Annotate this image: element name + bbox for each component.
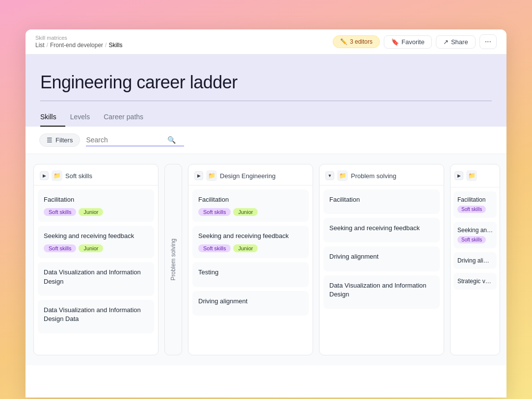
col-toggle-partial[interactable]: ▶: [454, 171, 463, 180]
tag-soft-skills: Soft skills: [198, 208, 231, 216]
card-facilitation-soft[interactable]: Facilitation Soft skills Junior: [38, 189, 154, 222]
col-icon-problem-solving: 📁: [337, 170, 348, 181]
col-icon-partial: 📁: [466, 170, 477, 181]
card-seeking-soft[interactable]: Seeking and receiving feedback Soft skil…: [38, 226, 154, 258]
columns-area: ▶ 📁 Soft skills Facilitation Soft skills…: [26, 154, 506, 365]
breadcrumb-path: List / Front-end developer / Skills: [35, 42, 122, 49]
card-dataviz-ps[interactable]: Data Visualization and Information Desig…: [323, 275, 440, 309]
card-driving-de[interactable]: Driving alignment: [192, 291, 309, 316]
tab-career-paths[interactable]: Career paths: [104, 109, 152, 127]
col-toggle-problem-solving[interactable]: ▼: [325, 171, 334, 180]
breadcrumb: Skill matrices List / Front-end develope…: [35, 35, 122, 49]
card-title: Facilitation: [329, 195, 434, 204]
column-header-design-engineering: ▶ 📁 Design Engineering: [188, 164, 313, 186]
breadcrumb-sep2: /: [105, 42, 106, 49]
tabs: Skills Levels Career paths: [40, 109, 492, 127]
col-toggle-soft-skills[interactable]: ▶: [40, 171, 49, 180]
pencil-icon: ✏️: [340, 38, 347, 45]
share-button[interactable]: ↗ Share: [436, 35, 476, 49]
card-title: Data Visualization and Information Desig…: [44, 268, 148, 286]
tag-junior: Junior: [233, 208, 258, 216]
card-tags: Soft skills Junior: [44, 208, 148, 216]
card-tags: Soft skills Junior: [44, 244, 148, 252]
tag-soft: Soft skills: [457, 206, 486, 213]
card-dataviz-soft[interactable]: Data Visualization and Information Desig…: [38, 262, 154, 295]
editors-button[interactable]: ✏️ 3 editors: [333, 35, 380, 48]
search-icon: 🔍: [167, 136, 176, 144]
card-seeking-de[interactable]: Seeking and receiving feedback Soft skil…: [192, 226, 309, 258]
rotated-problem-solving: Problem solving: [164, 164, 182, 355]
favorite-button[interactable]: 🔖 Favorite: [384, 35, 432, 49]
card-title: Driving ali…: [457, 257, 493, 264]
editors-label: 3 editors: [350, 38, 372, 45]
card-seeking-ps[interactable]: Seeking and receiving feedback: [323, 218, 440, 242]
card-title: Seeking an…: [457, 227, 493, 234]
tag-junior: Junior: [233, 244, 258, 252]
more-icon: ···: [485, 37, 491, 46]
card-tags: Soft skills Junior: [198, 244, 303, 252]
filters-button[interactable]: ☰ Filters: [39, 133, 80, 147]
tag-junior: Junior: [79, 208, 103, 216]
card-title: Seeking and receiving feedback: [198, 232, 303, 240]
favorite-label: Favorite: [401, 38, 425, 46]
search-bar: 🔍: [86, 134, 184, 146]
card-title: Testing: [198, 268, 303, 277]
col-title-problem-solving: Problem solving: [351, 172, 397, 180]
card-tags: Soft skills Junior: [198, 208, 303, 216]
tag-soft-skills: Soft skills: [198, 244, 231, 252]
breadcrumb-frontend[interactable]: Front-end developer: [50, 42, 103, 49]
skill-matrices-title: Skill matrices: [35, 35, 122, 41]
toolbar: ☰ Filters 🔍: [26, 127, 506, 154]
tag-soft-skills: Soft skills: [44, 244, 76, 252]
card-testing-de[interactable]: Testing: [192, 262, 309, 287]
card-title: Strategic v…: [457, 278, 493, 285]
tag-soft-skills: Soft skills: [44, 208, 76, 216]
col-toggle-design-engineering[interactable]: ▶: [194, 171, 203, 180]
filter-icon: ☰: [47, 136, 53, 144]
card-facilitation-de[interactable]: Facilitation Soft skills Junior: [192, 189, 309, 222]
search-input[interactable]: [86, 136, 164, 144]
card-seeking-partial[interactable]: Seeking an… Soft skills: [453, 222, 497, 248]
share-icon: ↗: [443, 38, 449, 46]
column-header-soft-skills: ▶ 📁 Soft skills: [34, 164, 158, 186]
tab-skills[interactable]: Skills: [40, 109, 65, 127]
card-driving-partial[interactable]: Driving ali…: [453, 252, 497, 269]
more-button[interactable]: ···: [479, 34, 497, 49]
column-header-problem-solving: ▼ 📁 Problem solving: [319, 164, 444, 186]
card-title: Facilitation: [44, 195, 148, 204]
title-underline: [40, 101, 492, 101]
column-soft-skills: ▶ 📁 Soft skills Facilitation Soft skills…: [33, 164, 159, 355]
page-title: Engineering career ladder: [40, 72, 492, 93]
tag-soft: Soft skills: [457, 236, 486, 243]
column-partial: ▶ 📁 Facilitation Soft skills Seeking an……: [450, 164, 500, 355]
col-icon-design-engineering: 📁: [206, 170, 217, 181]
tag-junior: Junior: [79, 244, 103, 252]
bookmark-icon: 🔖: [391, 38, 399, 46]
top-bar: Skill matrices List / Front-end develope…: [26, 29, 506, 54]
card-title: Driving alignment: [198, 297, 303, 306]
card-title: Facilitation: [198, 195, 303, 204]
card-facilitation-ps[interactable]: Facilitation: [323, 189, 440, 214]
breadcrumb-sep1: /: [47, 42, 48, 49]
card-dataviz-data-soft[interactable]: Data Visualization and Information Desig…: [38, 300, 154, 333]
card-facilitation-partial[interactable]: Facilitation Soft skills: [453, 191, 497, 218]
rotated-label: Problem solving: [170, 231, 177, 288]
top-actions: ✏️ 3 editors 🔖 Favorite ↗ Share ···: [333, 34, 497, 49]
card-title: Seeking and receiving feedback: [329, 224, 434, 233]
breadcrumb-list[interactable]: List: [35, 42, 45, 49]
column-problem-solving: ▼ 📁 Problem solving Facilitation Seeking…: [319, 164, 444, 355]
card-title: Driving alignment: [329, 252, 434, 261]
filters-label: Filters: [55, 136, 73, 144]
tab-levels[interactable]: Levels: [70, 109, 99, 127]
column-header-partial: ▶ 📁: [451, 164, 500, 187]
card-strategic-partial[interactable]: Strategic v…: [453, 273, 497, 290]
breadcrumb-skills[interactable]: Skills: [108, 42, 122, 49]
card-title: Data Visualization and Information Desig…: [329, 281, 434, 299]
card-driving-ps[interactable]: Driving alignment: [323, 246, 440, 271]
col-title-soft-skills: Soft skills: [65, 172, 92, 180]
col-icon-soft-skills: 📁: [52, 170, 62, 181]
card-title: Data Visualization and Information Desig…: [44, 306, 148, 323]
card-title: Seeking and receiving feedback: [44, 232, 148, 240]
card-title: Facilitation: [457, 196, 493, 203]
col-title-design-engineering: Design Engineering: [220, 172, 275, 180]
